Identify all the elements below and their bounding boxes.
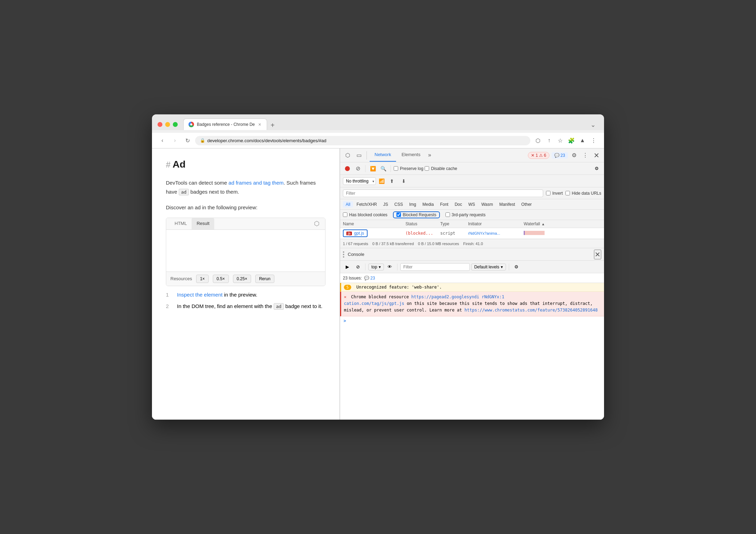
- prompt-chevron: >: [344, 318, 346, 323]
- network-settings-button[interactable]: ⚙: [592, 164, 601, 173]
- console-drag-handle[interactable]: [343, 251, 345, 258]
- filter-button[interactable]: 🔽: [368, 164, 377, 173]
- zoom-05x-button[interactable]: 0.5×: [213, 275, 229, 283]
- context-selector[interactable]: top ▾: [368, 264, 384, 270]
- error-badge[interactable]: ✕ 1 ⚠ 6: [528, 152, 549, 159]
- preserve-log-checkbox[interactable]: Preserve log: [394, 166, 423, 171]
- type-header[interactable]: Type: [440, 221, 468, 226]
- device-emulation-button[interactable]: ▭: [354, 151, 364, 160]
- invert-checkbox[interactable]: Invert: [546, 191, 563, 196]
- has-blocked-cookies-input[interactable]: [343, 212, 347, 217]
- filter-doc-button[interactable]: Doc: [452, 201, 465, 208]
- hash-symbol: #: [166, 160, 170, 170]
- eye-button[interactable]: 👁: [385, 262, 394, 272]
- inspect-element-link[interactable]: Inspect the element: [177, 292, 223, 298]
- more-tabs-button[interactable]: »: [426, 149, 433, 162]
- address-input[interactable]: 🔒 developer.chrome.com/docs/devtools/ele…: [195, 136, 530, 145]
- ad-frames-link[interactable]: ad frames and tag them: [228, 180, 283, 186]
- extensions-button[interactable]: 🧩: [566, 136, 576, 145]
- stop-button[interactable]: ⊘: [353, 164, 362, 173]
- console-prompt[interactable]: >: [340, 316, 604, 325]
- third-party-input[interactable]: [445, 212, 450, 217]
- network-tab[interactable]: Network: [370, 149, 396, 162]
- throttle-select[interactable]: No throttling Fast 3G Slow 3G Offline: [343, 177, 376, 185]
- zoom-025x-button[interactable]: 0.25×: [233, 275, 251, 283]
- blocked-source-link[interactable]: rNdGNYx:1: [482, 294, 504, 299]
- learn-more-link[interactable]: https://www.chromestatus.com/feature/573…: [465, 308, 598, 313]
- hide-data-urls-checkbox[interactable]: Hide data URLs: [565, 191, 601, 196]
- hide-data-urls-input[interactable]: [565, 191, 570, 195]
- elements-tab[interactable]: Elements: [397, 149, 425, 162]
- cube-icon[interactable]: ⬡: [312, 219, 322, 228]
- blocked-requests-label[interactable]: Blocked Requests: [396, 212, 436, 217]
- blocked-url-link3[interactable]: tion.com/tag/js/gpt.js: [349, 301, 404, 306]
- filter-input[interactable]: [346, 191, 540, 196]
- profile-button[interactable]: ▲: [578, 136, 587, 145]
- reload-button[interactable]: ↻: [183, 136, 192, 145]
- devtools-close-button[interactable]: ✕: [592, 151, 601, 160]
- table-row[interactable]: js gpt.js (blocked... script rNdGNYx?ani…: [340, 228, 604, 239]
- execute-button[interactable]: ▶: [343, 262, 352, 272]
- download-icon[interactable]: ⬇: [399, 177, 408, 186]
- filter-wasm-button[interactable]: Wasm: [478, 201, 496, 208]
- close-window-button[interactable]: [158, 122, 162, 127]
- devtools-settings-button[interactable]: ⚙: [569, 151, 579, 160]
- cast-button[interactable]: ⬡: [533, 136, 543, 145]
- filter-fetchxhr-button[interactable]: Fetch/XHR: [354, 201, 380, 208]
- minimize-window-button[interactable]: [165, 122, 170, 127]
- rerun-button[interactable]: Rerun: [255, 275, 274, 283]
- initiator-header[interactable]: Initiator: [468, 221, 524, 226]
- filter-manifest-button[interactable]: Manifest: [497, 201, 518, 208]
- share-button[interactable]: ↑: [544, 136, 554, 145]
- upload-icon[interactable]: ⬆: [387, 177, 396, 186]
- filter-all-button[interactable]: All: [343, 201, 353, 208]
- has-blocked-cookies-label[interactable]: Has blocked cookies: [343, 212, 387, 217]
- blocked-url-link1[interactable]: https://pagead2.googlesyndi: [411, 294, 479, 299]
- cursor-tool-button[interactable]: ⬡: [343, 151, 353, 160]
- waterfall-header[interactable]: Waterfall ▲: [524, 221, 601, 226]
- filter-img-button[interactable]: Img: [407, 201, 419, 208]
- tab-menu-button[interactable]: ⌄: [588, 120, 598, 130]
- disable-cache-input[interactable]: [425, 166, 429, 171]
- new-tab-button[interactable]: +: [268, 120, 278, 130]
- blocked-url-link2[interactable]: ca: [344, 301, 349, 306]
- info-badge[interactable]: 💬 23: [552, 152, 568, 159]
- result-tab[interactable]: Result: [192, 218, 214, 229]
- filter-font-button[interactable]: Font: [437, 201, 451, 208]
- filter-css-button[interactable]: CSS: [392, 201, 406, 208]
- record-button[interactable]: [343, 164, 352, 173]
- filter-js-button[interactable]: JS: [380, 201, 391, 208]
- console-filter-input[interactable]: [403, 265, 467, 269]
- filter-media-button[interactable]: Media: [420, 201, 437, 208]
- invert-input[interactable]: [546, 191, 550, 195]
- bookmark-button[interactable]: ☆: [555, 136, 565, 145]
- issues-icon[interactable]: 💬 23: [364, 276, 375, 281]
- search-button[interactable]: 🔍: [379, 164, 388, 173]
- third-party-label[interactable]: 3rd-party requests: [445, 212, 485, 217]
- console-stop-button[interactable]: ⊘: [353, 262, 362, 272]
- active-tab[interactable]: Badges reference - Chrome De ×: [183, 119, 267, 130]
- blocked-requests-input[interactable]: [396, 212, 401, 217]
- default-levels-selector[interactable]: Default levels ▾: [471, 264, 506, 270]
- network-toolbar-row2: No throttling Fast 3G Slow 3G Offline ▾ …: [340, 175, 604, 187]
- devtools-more-button[interactable]: ⋮: [580, 151, 590, 160]
- maximize-window-button[interactable]: [173, 122, 178, 127]
- chrome-favicon: [188, 122, 194, 127]
- throttle-selector-wrapper: No throttling Fast 3G Slow 3G Offline ▾: [343, 177, 376, 185]
- zoom-1x-button[interactable]: 1×: [196, 275, 209, 283]
- console-settings-button[interactable]: ⚙: [512, 262, 521, 272]
- preserve-log-input[interactable]: [394, 166, 398, 171]
- forward-button[interactable]: ›: [170, 136, 180, 145]
- disable-cache-checkbox[interactable]: Disable cache: [425, 166, 457, 171]
- filter-other-button[interactable]: Other: [518, 201, 534, 208]
- name-header[interactable]: Name: [343, 221, 405, 226]
- back-button[interactable]: ‹: [158, 136, 167, 145]
- tab-close-button[interactable]: ×: [258, 122, 262, 127]
- warning-text: Unrecognized feature: 'web-share'.: [356, 285, 442, 290]
- context-label: top: [371, 265, 377, 269]
- status-header[interactable]: Status: [405, 221, 440, 226]
- console-close-button[interactable]: ✕: [594, 250, 601, 259]
- settings-button[interactable]: ⋮: [589, 136, 598, 145]
- html-tab[interactable]: HTML: [170, 218, 192, 229]
- filter-ws-button[interactable]: WS: [466, 201, 478, 208]
